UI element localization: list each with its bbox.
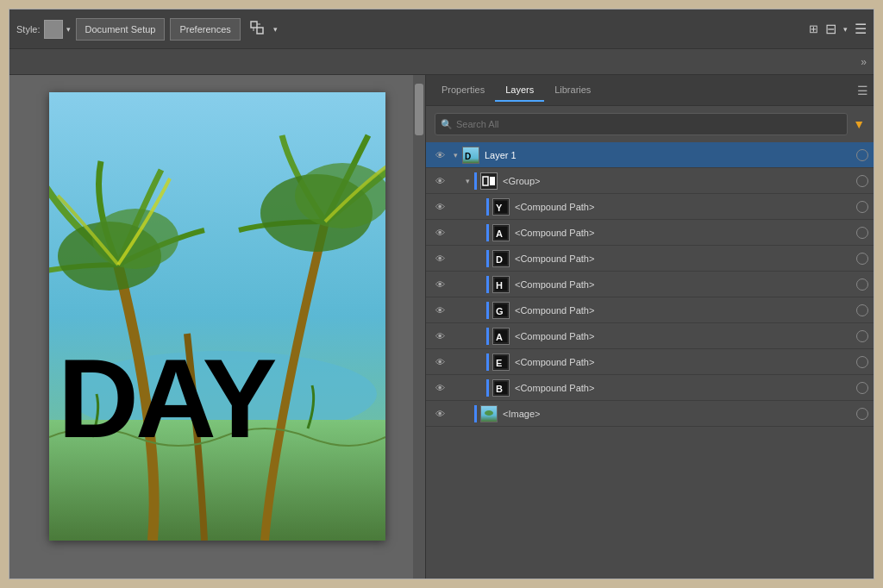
layer-name-label: <Image> [503,409,856,419]
layer-color-bar [486,328,489,345]
layer-thumbnail: G [492,302,510,319]
layer-name-label: <Compound Path> [515,357,856,367]
layer-color-bar [474,172,477,190]
layer-target-circle[interactable] [856,201,868,213]
layer-expand-arrow[interactable]: ▾ [460,177,474,185]
tab-layers[interactable]: Layers [495,79,544,102]
layer-target-circle[interactable] [856,149,868,161]
day-text: DAY [58,342,274,454]
style-dropdown-arrow[interactable]: ▾ [66,25,71,34]
layer-target-circle[interactable] [856,175,868,187]
layer-target-circle[interactable] [856,253,868,265]
layer-color-bar [486,250,489,267]
search-bar: 🔍 ▼ [426,106,874,142]
layer-item[interactable]: 👁▾DLayer 1 [426,142,874,168]
svg-text:G: G [496,306,504,316]
layer-target-circle[interactable] [856,304,868,316]
layer-name-label: <Compound Path> [515,253,856,264]
canvas-scrollbar-vertical[interactable] [413,75,425,579]
layer-thumbnail [480,172,498,190]
layer-color-bar [486,353,489,371]
layer-item[interactable]: 👁A<Compound Path> [426,220,874,246]
svg-text:A: A [496,332,503,342]
panels-icon[interactable]: ☰ [855,21,867,37]
layer-thumbnail: A [492,328,510,345]
align-icon[interactable]: ⊟ [825,21,836,37]
layer-visibility-icon[interactable]: 👁 [431,176,448,186]
panel-menu-icon[interactable]: ☰ [857,84,868,97]
layer-visibility-icon[interactable]: 👁 [431,357,448,367]
canvas-area: DAY [9,75,425,579]
layer-name-label: <Group> [503,176,856,186]
layer-color-bar [486,302,489,319]
preferences-button[interactable]: Preferences [170,18,240,41]
search-icon: 🔍 [441,119,453,130]
search-input-wrap: 🔍 [435,113,848,135]
layer-item[interactable]: 👁E<Compound Path> [426,349,874,375]
layers-list: 👁▾DLayer 1👁▾<Group>👁Y<Compound Path>👁A<C… [426,142,874,579]
layer-color-bar [486,198,489,216]
layer-target-circle[interactable] [856,330,868,342]
transform-icon-button[interactable] [246,18,268,40]
layer-visibility-icon[interactable]: 👁 [431,331,448,341]
layer-visibility-icon[interactable]: 👁 [431,279,448,290]
arrange-icon[interactable]: ⊞ [809,22,818,35]
layer-visibility-icon[interactable]: 👁 [431,228,448,238]
layer-target-circle[interactable] [856,356,868,368]
layer-thumbnail: E [492,353,510,371]
layer-target-circle[interactable] [856,408,868,420]
top-right-icons: ⊞ ⊟ ▾ ☰ [809,21,867,37]
layer-visibility-icon[interactable]: 👁 [431,150,448,160]
svg-text:E: E [496,358,502,368]
main-toolbar: Style: ▾ Document Setup Preferences ▾ ⊞ … [9,9,874,49]
layer-item[interactable]: 👁G<Compound Path> [426,297,874,323]
layer-item[interactable]: 👁A<Compound Path> [426,323,874,349]
more-options-icon[interactable]: » [861,56,867,68]
tab-properties[interactable]: Properties [431,79,495,102]
layer-thumbnail: B [492,379,510,397]
search-input[interactable] [456,119,842,129]
layer-visibility-icon[interactable]: 👁 [431,409,448,419]
svg-text:Y: Y [496,203,503,213]
layer-visibility-icon[interactable]: 👁 [431,202,448,212]
layer-target-circle[interactable] [856,227,868,239]
scroll-thumb-vertical[interactable] [415,84,423,135]
layer-visibility-icon[interactable]: 👁 [431,253,448,264]
layer-item[interactable]: 👁B<Compound Path> [426,375,874,401]
main-content: DAY Properties Layers Libraries ☰ 🔍 [9,75,874,579]
svg-rect-15 [490,177,495,185]
layer-thumbnail: Y [492,198,510,216]
style-label: Style: [16,24,41,34]
color-swatch[interactable] [44,20,63,39]
svg-text:D: D [496,254,503,265]
layer-expand-arrow[interactable]: ▾ [448,151,462,160]
transform-dropdown-arrow[interactable]: ▾ [273,25,278,34]
layer-visibility-icon[interactable]: 👁 [431,383,448,393]
secondary-toolbar: » [9,49,874,75]
layer-name-label: <Compound Path> [515,228,856,238]
layer-item[interactable]: 👁D<Compound Path> [426,246,874,272]
layer-target-circle[interactable] [856,382,868,394]
svg-text:A: A [496,228,503,239]
canvas-image-bg: DAY [49,92,385,541]
layer-target-circle[interactable] [856,278,868,291]
svg-rect-1 [257,28,263,34]
filter-icon[interactable]: ▼ [853,117,865,131]
panel-tabs: Properties Layers Libraries ☰ [426,75,874,106]
layer-item[interactable]: 👁H<Compound Path> [426,272,874,297]
layer-visibility-icon[interactable]: 👁 [431,305,448,316]
svg-text:D: D [465,152,471,161]
layer-item[interactable]: 👁▾<Group> [426,168,874,194]
document-setup-button[interactable]: Document Setup [76,18,166,41]
layer-item[interactable]: 👁<Image> [426,401,874,427]
layer-name-label: <Compound Path> [515,279,856,290]
transform-icon [249,20,265,35]
layer-color-bar [486,224,489,241]
svg-point-10 [295,163,385,228]
layer-name-label: <Compound Path> [515,331,856,341]
layer-color-bar [486,276,489,293]
layer-item[interactable]: 👁Y<Compound Path> [426,194,874,220]
align-dropdown-arrow[interactable]: ▾ [843,25,848,34]
tab-libraries[interactable]: Libraries [544,79,601,102]
svg-point-41 [485,410,493,416]
